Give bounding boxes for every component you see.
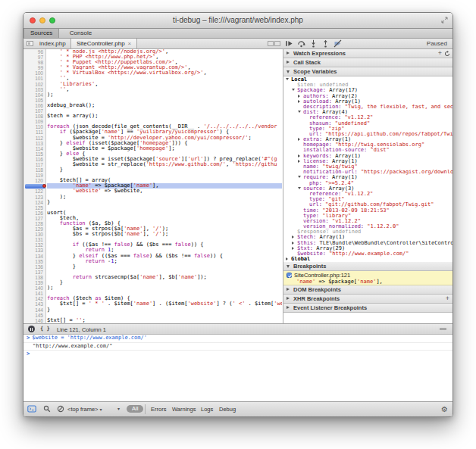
gutter-line-132[interactable]: 132 bbox=[23, 242, 45, 248]
code-line-103[interactable]: '', bbox=[47, 87, 282, 92]
filter-logs-button[interactable]: Logs bbox=[201, 406, 213, 413]
scope-row-tech[interactable]: $tech: Array(1) bbox=[283, 235, 453, 240]
gutter-line-140[interactable]: 140 bbox=[23, 285, 45, 291]
add-xhr-breakpoint-icon[interactable]: + bbox=[446, 295, 449, 303]
console-panel[interactable]: >$website = 'http://www.example.com/'"ht… bbox=[23, 335, 453, 401]
code-line-118[interactable]: } bbox=[47, 167, 282, 173]
step-over-button[interactable] bbox=[297, 39, 306, 48]
scope-row-local[interactable]: Local bbox=[283, 77, 453, 83]
gutter-line-134[interactable]: 134 bbox=[23, 254, 45, 259]
chevron-down-icon[interactable] bbox=[298, 186, 303, 192]
code-line-124[interactable]: } bbox=[47, 200, 282, 205]
scope-row-authors[interactable]: authors: Array(2) bbox=[283, 94, 453, 99]
scope-row-keywords[interactable]: keywords: Array(1) bbox=[283, 154, 453, 159]
gutter-line-104[interactable]: 104 bbox=[23, 92, 45, 98]
gutter-line-102[interactable]: 102 bbox=[23, 82, 45, 87]
section-scope-variables[interactable]: Scope Variables bbox=[283, 67, 453, 76]
gutter-line-120[interactable]: 120 bbox=[23, 178, 45, 183]
source-editor[interactable]: 9697989910010110210310410510610710810911… bbox=[23, 49, 282, 323]
gutter-line-136[interactable]: 136 bbox=[23, 264, 45, 270]
toggle-breakpoints-button[interactable] bbox=[334, 39, 343, 48]
gutter-line-131[interactable]: 131 bbox=[23, 237, 45, 242]
file-tab-sitecontroller-php[interactable]: SiteController.php× bbox=[70, 39, 137, 48]
chevron-right-icon[interactable] bbox=[298, 159, 303, 164]
fullscreen-icon[interactable] bbox=[441, 17, 448, 23]
code-line-108[interactable]: $tech = array(); bbox=[47, 114, 282, 119]
show-navigator-icon[interactable] bbox=[27, 41, 33, 46]
chevron-down-icon[interactable] bbox=[286, 77, 291, 83]
filter-dropdown-icon[interactable]: ▾ bbox=[117, 406, 120, 411]
code-line-138[interactable]: return strcasecmp($a['name'], $b['name']… bbox=[47, 275, 282, 280]
search-icon[interactable] bbox=[43, 405, 51, 413]
gutter-line-112[interactable]: 112 bbox=[23, 136, 45, 141]
gutter-line-99[interactable]: 99 bbox=[23, 65, 45, 70]
gutter-line-106[interactable]: 106 bbox=[23, 103, 45, 108]
gutter-line-128[interactable]: 128 bbox=[23, 221, 45, 226]
step-out-button[interactable] bbox=[321, 39, 330, 48]
gutter-line-127[interactable]: 127 bbox=[23, 216, 45, 221]
gutter-line-139[interactable]: 139 bbox=[23, 280, 45, 285]
scope-row-license[interactable]: license: Array(1) bbox=[283, 159, 453, 164]
code-line-102[interactable]: 'Libraries', bbox=[47, 82, 282, 87]
gutter-line-118[interactable]: 118 bbox=[23, 167, 45, 173]
gutter-line-111[interactable]: 111 bbox=[23, 129, 45, 135]
gutter-line-108[interactable]: 108 bbox=[23, 114, 45, 119]
code-line-122[interactable]: 'website' => $website, bbox=[47, 189, 282, 194]
scope-row-this[interactable]: $this: TLE\Bundle\WebBundle\Controller\S… bbox=[283, 241, 453, 246]
tab-sources[interactable]: Sources bbox=[23, 29, 59, 38]
editor-code[interactable]: ' * node.js <http://nodejs.org/>', ' * P… bbox=[47, 49, 282, 323]
minimize-window-button[interactable] bbox=[39, 17, 45, 23]
gutter-line-126[interactable]: 126 bbox=[23, 210, 45, 216]
chevron-right-icon[interactable] bbox=[292, 235, 297, 240]
gutter-line-97[interactable]: 97 bbox=[23, 55, 45, 60]
scope-row-source[interactable]: source: Array(3) bbox=[283, 186, 453, 192]
close-tab-icon[interactable]: × bbox=[128, 40, 132, 47]
chevron-right-icon[interactable] bbox=[286, 257, 291, 262]
gutter-line-115[interactable]: 115 bbox=[23, 151, 45, 157]
code-line-126[interactable]: usort( bbox=[47, 210, 282, 216]
code-line-135[interactable]: return -1; bbox=[47, 259, 282, 264]
breakpoint-dot-icon[interactable] bbox=[42, 184, 46, 188]
gutter-line-116[interactable]: 116 bbox=[23, 157, 45, 162]
gutter-line-123[interactable]: 123 bbox=[23, 195, 45, 200]
chevron-right-icon[interactable] bbox=[292, 241, 297, 246]
gutter-line-117[interactable]: 117 bbox=[23, 162, 45, 167]
section-dom-breakpoints[interactable]: DOM Breakpoints bbox=[283, 285, 453, 295]
code-line-143[interactable]: $txt[] = ' * ' . $item['name'] . ($item[… bbox=[47, 301, 282, 307]
toggle-console-icon[interactable] bbox=[27, 405, 36, 413]
filter-all-button[interactable]: All bbox=[127, 405, 143, 413]
code-line-123[interactable]: ); bbox=[47, 195, 282, 200]
frame-selector[interactable]: <top frame>▾ bbox=[67, 406, 102, 413]
gutter-line-114[interactable]: 114 bbox=[23, 146, 45, 151]
code-line-125[interactable] bbox=[47, 205, 282, 210]
gutter-line-107[interactable]: 107 bbox=[23, 108, 45, 114]
scope-row-txt[interactable]: $txt: Array(29) bbox=[283, 246, 453, 251]
chevron-right-icon[interactable] bbox=[298, 94, 303, 99]
code-line-106[interactable]: xdebug_break(); bbox=[47, 103, 282, 108]
gutter-line-110[interactable]: 110 bbox=[23, 124, 45, 129]
filter-debug-button[interactable]: Debug bbox=[219, 406, 236, 413]
code-line-136[interactable]: } bbox=[47, 264, 282, 270]
file-tab-index-php[interactable]: index.php bbox=[34, 39, 71, 48]
code-line-140[interactable]: ); bbox=[47, 285, 282, 291]
gutter-line-125[interactable]: 125 bbox=[23, 205, 45, 210]
pause-on-exceptions-icon[interactable] bbox=[28, 326, 35, 332]
code-line-146[interactable]: $txt[] = ''; bbox=[47, 318, 282, 323]
gutter-line-129[interactable]: 129 bbox=[23, 226, 45, 232]
section-xhr-breakpoints[interactable]: XHR Breakpoints + bbox=[283, 295, 453, 304]
zoom-window-button[interactable] bbox=[49, 17, 55, 23]
gutter-line-113[interactable]: 113 bbox=[23, 141, 45, 146]
section-breakpoints[interactable]: Breakpoints bbox=[283, 262, 453, 271]
gutter-line-143[interactable]: 143 bbox=[23, 301, 45, 307]
resize-grip-icon[interactable] bbox=[440, 328, 446, 332]
chevron-right-icon[interactable] bbox=[298, 99, 303, 104]
editor-gutter[interactable]: 9697989910010110210310410510610710810911… bbox=[23, 49, 46, 323]
continue-button[interactable] bbox=[285, 39, 294, 48]
gutter-line-121[interactable] bbox=[23, 183, 45, 189]
settings-gear-icon[interactable]: ⚙ bbox=[441, 404, 448, 414]
chevron-down-icon[interactable] bbox=[298, 110, 303, 115]
gutter-line-124[interactable]: 124 bbox=[23, 200, 45, 205]
clear-console-icon[interactable] bbox=[57, 405, 64, 413]
gutter-line-100[interactable]: 100 bbox=[23, 70, 45, 76]
scope-row-extra[interactable]: extra: Array(1) bbox=[283, 137, 453, 142]
